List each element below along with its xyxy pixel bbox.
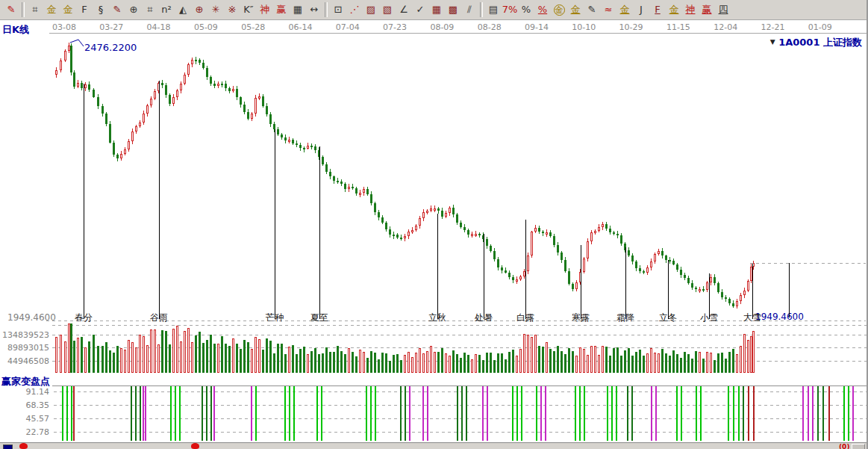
candle-body <box>740 295 742 301</box>
volume-bar <box>228 346 231 373</box>
gold-angle-icon[interactable]: 金 <box>666 2 682 18</box>
volume-bar <box>378 359 380 373</box>
status-blue-icon[interactable] <box>3 445 13 449</box>
status-red-marker[interactable] <box>19 443 28 449</box>
indicator-signal-line <box>540 386 542 441</box>
volume-bar <box>752 331 755 373</box>
candle-body <box>370 194 372 203</box>
box-rays-icon[interactable]: ▨ <box>363 2 379 18</box>
candle-body <box>396 235 399 237</box>
pen-note-icon[interactable]: ✎ <box>584 2 600 18</box>
indicator-signal-line <box>843 386 845 441</box>
volume-bar <box>430 346 432 373</box>
web-grid-icon[interactable]: ※ <box>224 2 240 18</box>
scrollbar-thumb[interactable] <box>852 444 865 449</box>
candle-body <box>281 134 283 137</box>
gold-underline-icon[interactable]: 金 <box>616 2 633 18</box>
volume-bar <box>665 353 667 373</box>
gann-rays-icon[interactable]: ⋰ <box>346 2 363 18</box>
volume-bar <box>389 361 391 373</box>
spiral-tool-icon[interactable]: § <box>93 2 109 18</box>
shen-angle-icon[interactable]: 神 <box>682 2 699 18</box>
volume-bar <box>702 359 705 373</box>
volume-bar <box>135 347 137 373</box>
k-quote-icon[interactable]: K″ <box>240 2 257 18</box>
indicator-signal-line <box>422 386 424 441</box>
indicator-signal-line <box>753 386 755 441</box>
grid-box-icon[interactable]: ▦ <box>428 2 445 18</box>
candle-body <box>105 114 107 124</box>
gold-tool-a-icon[interactable]: 金 <box>43 2 60 18</box>
dense-grid-icon[interactable]: ▦ <box>290 2 306 18</box>
gold-lines-icon[interactable]: 金 <box>567 2 584 18</box>
starburst-icon[interactable]: ✳ <box>207 2 224 18</box>
hash-grid-icon[interactable]: ⌗ <box>27 2 43 18</box>
candle-body <box>527 256 529 272</box>
candle-body <box>449 208 451 213</box>
volume-bar <box>575 356 578 373</box>
volume-bar <box>236 344 238 373</box>
indicator-signal-line <box>487 386 488 441</box>
candle-body <box>363 189 365 193</box>
date-axis-line <box>49 33 868 34</box>
indicator-signal-line <box>461 386 463 441</box>
volume-bar <box>366 358 369 373</box>
volume-bar <box>404 355 406 373</box>
indicator-signal-line <box>170 386 172 441</box>
percent-line-icon[interactable]: % <box>534 2 551 18</box>
compass-icon[interactable]: ⊕ <box>191 2 207 18</box>
slant-lines-icon[interactable]: ⫽ <box>461 2 478 18</box>
box-anchor-icon[interactable]: ⊡ <box>330 2 346 18</box>
volume-bar <box>221 336 223 373</box>
wave-band-icon[interactable]: ≈ <box>600 2 616 18</box>
brush-measure-icon[interactable]: ✎ <box>109 2 125 18</box>
brush-icon[interactable]: ✎ <box>3 2 19 18</box>
candle-body <box>124 149 126 155</box>
candle-body <box>587 241 589 258</box>
volume-bar <box>139 335 141 373</box>
candle-body <box>609 229 611 232</box>
indicator-signal-line <box>179 386 181 441</box>
status-bar[interactable]: (0) <box>0 442 868 449</box>
volume-bar <box>639 350 641 373</box>
candle-body <box>195 60 197 61</box>
width-measure-icon[interactable]: ↔ <box>306 2 322 18</box>
volume-bar <box>206 340 208 373</box>
candle-body <box>411 230 413 232</box>
ying-icon[interactable]: 赢 <box>273 2 290 18</box>
indicator-axis-label: 68.35 <box>0 400 49 410</box>
grid-box2-icon[interactable]: ▩ <box>445 2 461 18</box>
volume-bar <box>187 328 190 373</box>
indicator-signal-line <box>202 386 203 441</box>
angle-mirror-icon[interactable]: ◭ <box>175 2 191 18</box>
candle-body <box>93 90 95 97</box>
volume-bars-icon[interactable]: ▤ <box>485 2 502 18</box>
candle-body <box>654 254 656 261</box>
flag-tool-icon[interactable]: F <box>76 2 93 18</box>
symbol-label[interactable]: ▼ 1A0001 上证指数 <box>770 36 862 49</box>
four-angle-icon[interactable]: 四 <box>715 2 731 18</box>
box-fan-icon[interactable]: ▧ <box>379 2 396 18</box>
pencil-angle-icon[interactable]: ∠ <box>396 2 412 18</box>
f-angle-icon[interactable]: F <box>649 2 666 18</box>
n-squared-icon[interactable]: n² <box>158 2 175 18</box>
symbol-code: 1A0001 <box>778 37 819 48</box>
ruler-grid-icon[interactable]: ⌗ <box>142 2 158 18</box>
indicator-signal-line <box>251 386 252 441</box>
seven-percent-icon[interactable]: 7% <box>502 2 518 18</box>
percent-icon[interactable]: % <box>518 2 534 18</box>
ying-angle-icon[interactable]: 赢 <box>699 2 715 18</box>
gold-circle-icon[interactable]: 金 <box>551 2 567 18</box>
volume-bar <box>333 352 335 373</box>
gold-tool-b-icon[interactable]: 金 <box>60 2 76 18</box>
indicator-signal-line <box>316 386 318 441</box>
wave-check-icon[interactable]: ✓ <box>412 2 428 18</box>
candle-body <box>143 114 145 123</box>
shen-icon[interactable]: 神 <box>257 2 273 18</box>
j-angle-icon[interactable]: J <box>633 2 649 18</box>
status-red-marker[interactable] <box>191 443 199 449</box>
symbol-dropdown-icon[interactable]: ▼ <box>770 38 775 46</box>
volume-bar <box>225 344 227 373</box>
candle-body <box>258 96 260 99</box>
globe-tool-icon[interactable]: ⊕ <box>125 2 142 18</box>
